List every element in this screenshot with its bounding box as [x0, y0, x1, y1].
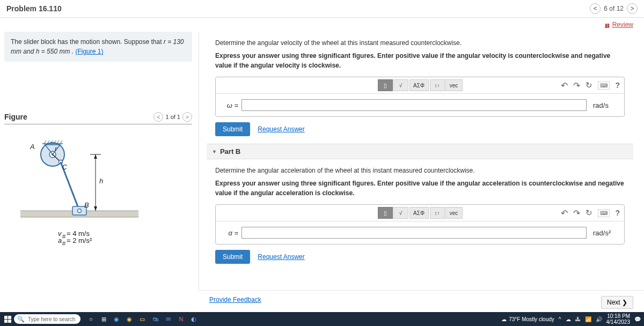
keyboard-icon[interactable]: ⌨	[598, 82, 610, 90]
volume-icon[interactable]: 🔊	[596, 316, 602, 322]
svg-point-15	[78, 209, 82, 213]
answer-row-a: ω = rad/s	[216, 94, 624, 116]
figure-pager: < 1 of 1 >	[153, 112, 192, 122]
svg-line-11	[57, 140, 59, 144]
alpha-label: α =	[223, 229, 238, 237]
windows-icon	[4, 316, 11, 323]
app-icon-2[interactable]: ◐	[189, 314, 199, 324]
app-icon-1[interactable]: N	[176, 314, 186, 324]
redo-icon[interactable]: ↷	[573, 208, 580, 218]
vec-button[interactable]: vec	[445, 207, 463, 219]
alpha-input[interactable]	[241, 227, 587, 239]
template-icon[interactable]: ▯	[378, 207, 393, 219]
wifi-icon[interactable]: 📶	[585, 316, 591, 322]
edge-icon[interactable]: ◉	[112, 314, 121, 324]
right-column: Determine the angular velocity of the wh…	[199, 32, 644, 305]
answer-box-a: ▯ √ ΑΣΦ ↕↑ vec ↶ ↷ ↻ ⌨ ?	[215, 77, 625, 117]
part-b-buttons: Submit Request Answer	[207, 244, 633, 266]
network-icon[interactable]: 🖧	[575, 316, 581, 322]
svg-marker-19	[94, 206, 97, 211]
taskbar-search[interactable]: 🔍 Type here to search	[14, 314, 80, 324]
onedrive-icon[interactable]: ☁	[566, 316, 571, 322]
main-area: The slider block has the motion shown. S…	[0, 32, 644, 305]
svg-text:A: A	[30, 143, 35, 151]
svg-line-12	[60, 140, 62, 144]
request-answer-b[interactable]: Request Answer	[258, 253, 304, 261]
omega-label: ω =	[223, 101, 238, 109]
undo-icon[interactable]: ↶	[561, 208, 568, 218]
reset-icon[interactable]: ↻	[586, 80, 592, 90]
prev-problem-button[interactable]: <	[590, 3, 601, 14]
svg-text:B: B	[84, 201, 89, 209]
chrome-icon[interactable]: ◉	[125, 314, 134, 324]
provide-feedback-link[interactable]: Provide Feedback	[209, 296, 261, 309]
explorer-icon[interactable]: ▭	[137, 314, 147, 324]
redo-icon[interactable]: ↷	[573, 80, 580, 91]
submit-button-b[interactable]: Submit	[215, 250, 250, 264]
svg-text:a: a	[58, 236, 62, 244]
help-icon[interactable]: ?	[615, 209, 620, 217]
taskview-icon[interactable]: ⊞	[99, 314, 108, 324]
greek-button[interactable]: ΑΣΦ	[409, 79, 429, 91]
problem-pager: < 6 of 12 >	[590, 3, 638, 14]
problem-counter: 6 of 12	[604, 5, 624, 12]
weather-widget[interactable]: ☁ 73°F Mostly cloudy	[501, 316, 554, 322]
formula-toolbar-b: ▯ √ ΑΣΦ ↕↑ vec ↶ ↷ ↻ ⌨ ?	[216, 205, 624, 221]
request-answer-a[interactable]: Request Answer	[258, 125, 304, 133]
help-icon[interactable]: ?	[615, 81, 620, 90]
review-link[interactable]: Review	[605, 21, 633, 28]
notifications-icon[interactable]: 💬	[634, 316, 641, 322]
figure-1-link[interactable]: (Figure 1)	[75, 48, 103, 55]
answer-row-b: α = rad/s²	[216, 221, 624, 244]
svg-text:h: h	[99, 177, 103, 185]
arrows-button[interactable]: ↕↑	[430, 207, 445, 219]
greek-button[interactable]: ΑΣΦ	[409, 207, 429, 219]
part-a-question: Determine the angular velocity of the wh…	[207, 32, 633, 70]
left-column: The slider block has the motion shown. S…	[0, 32, 199, 305]
figure-header: Figure < 1 of 1 >	[4, 110, 192, 124]
top-bar: Problem 16.110 < 6 of 12 >	[0, 0, 644, 18]
submit-button-a[interactable]: Submit	[215, 122, 250, 136]
svg-text:= 2 m/s²: = 2 m/s²	[67, 236, 92, 244]
svg-marker-18	[94, 154, 97, 159]
omega-unit: rad/s	[590, 101, 617, 109]
svg-text:C: C	[62, 164, 67, 171]
system-tray: ☁ 73°F Mostly cloudy ^ ☁ 🖧 📶 🔊 10:18 PM …	[501, 313, 641, 325]
start-button[interactable]	[3, 315, 12, 323]
figure-image: A r C h B v B = 4 m/s a B = 2 m/s²	[4, 130, 192, 253]
review-bar: Review	[0, 18, 644, 32]
taskbar-clock[interactable]: 10:18 PM 4/14/2023	[606, 313, 631, 325]
part-a-buttons: Submit Request Answer	[207, 117, 633, 138]
part-b-question: Determine the angular acceleration of th…	[207, 159, 633, 198]
next-button[interactable]: Next ❯	[601, 296, 633, 309]
mail-icon[interactable]: ✉	[163, 314, 173, 324]
svg-text:B: B	[62, 234, 65, 239]
problem-statement: The slider block has the motion shown. S…	[4, 32, 192, 62]
alpha-unit: rad/s²	[590, 229, 617, 237]
arrows-button[interactable]: ↕↑	[430, 79, 445, 91]
svg-line-7	[44, 140, 46, 144]
part-b-header[interactable]: Part B	[207, 144, 633, 159]
formula-toolbar-a: ▯ √ ΑΣΦ ↕↑ vec ↶ ↷ ↻ ⌨ ?	[216, 77, 624, 94]
problem-title: Problem 16.110	[6, 4, 62, 13]
windows-taskbar: 🔍 Type here to search ○ ⊞ ◉ ◉ ▭ 🛍 ✉ N ◐ …	[0, 312, 644, 326]
taskbar-apps: ○ ⊞ ◉ ◉ ▭ 🛍 ✉ N ◐	[86, 314, 199, 324]
reset-icon[interactable]: ↻	[586, 208, 592, 218]
omega-input[interactable]	[241, 99, 587, 111]
prev-figure-button[interactable]: <	[153, 112, 163, 122]
keyboard-icon[interactable]: ⌨	[598, 209, 610, 217]
next-figure-button[interactable]: >	[182, 112, 192, 122]
figure-title: Figure	[4, 113, 27, 121]
cortana-icon[interactable]: ○	[86, 314, 96, 324]
footer-row: Provide Feedback Next ❯	[199, 290, 644, 311]
sqrt-icon[interactable]: √	[393, 207, 408, 219]
undo-icon[interactable]: ↶	[561, 80, 568, 91]
sqrt-icon[interactable]: √	[393, 79, 408, 91]
next-problem-button[interactable]: >	[627, 3, 638, 14]
template-icon[interactable]: ▯	[378, 79, 393, 91]
search-icon: 🔍	[17, 316, 25, 323]
store-icon[interactable]: 🛍	[150, 314, 160, 324]
tray-chevron-icon[interactable]: ^	[559, 316, 561, 322]
weather-icon: ☁	[501, 316, 507, 322]
vec-button[interactable]: vec	[445, 79, 463, 91]
